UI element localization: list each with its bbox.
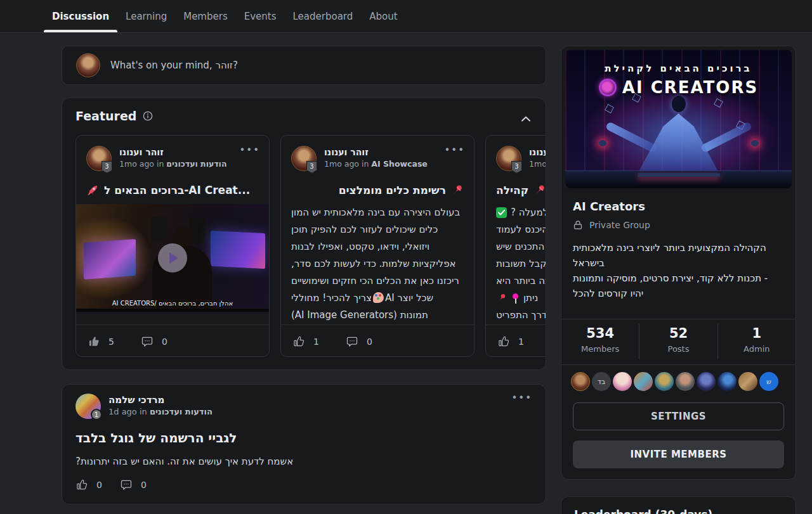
tab-discussion[interactable]: Discussion	[44, 0, 117, 32]
member-avatar[interactable]	[634, 372, 653, 391]
chevron-up-icon[interactable]	[521, 112, 530, 124]
stat-admin[interactable]: 1 Admin	[717, 324, 796, 359]
author-avatar: 1	[75, 394, 101, 419]
level-badge: 3	[306, 161, 317, 173]
composer-placeholder: What's on your mind, זוהר?	[110, 60, 238, 71]
settings-button[interactable]: SETTINGS	[573, 402, 784, 430]
post-title[interactable]: לגביי הרשמה של גוגל בלבד	[75, 430, 532, 446]
space-name[interactable]: הודעות ועדכונים	[166, 159, 226, 169]
leaderboard-card: Leaderboard (30-days)	[561, 496, 796, 514]
video-thumbnail[interactable]: AI CREATORS/ אהלן חברים, ברוכים הבאים	[76, 204, 269, 312]
post-meta: 1d ago in הודעות ועדכונים	[108, 406, 213, 418]
member-avatar[interactable]	[676, 372, 695, 391]
post-meta: 1mo ago in AI Showcase	[324, 158, 428, 170]
featured-section: Featured 3 זוהר וענונו 1mo ago in הודעות…	[62, 98, 546, 370]
round-pin-icon	[511, 293, 520, 304]
pushpin-icon	[496, 293, 507, 304]
member-avatar[interactable]	[717, 372, 737, 391]
member-avatar-initials[interactable]: ש	[759, 372, 778, 391]
like-button[interactable]: 5	[88, 335, 114, 348]
play-icon	[169, 252, 178, 264]
post-body: בעולם היצירה עם בינה מלאכותית יש המון כל…	[291, 204, 464, 328]
comment-button[interactable]: 0	[141, 335, 167, 348]
privacy-label: Private Group	[589, 220, 650, 230]
lock-icon	[573, 220, 583, 230]
banner-welcome-text: ברוכים הבאים לקהילת	[565, 63, 792, 74]
post-title[interactable]: רשימת כלים מומלצים	[291, 184, 464, 196]
comment-button[interactable]: 0	[120, 479, 147, 491]
tab-members[interactable]: Members	[175, 0, 236, 32]
member-avatar[interactable]	[613, 372, 632, 391]
featured-title: Featured	[75, 109, 136, 123]
featured-card-community[interactable]: 3 ענונו 1mo קהילה למעלה ? היכנס לעמוד הת…	[485, 135, 546, 357]
like-button[interactable]: 1	[497, 335, 524, 348]
tab-leaderboard[interactable]: Leaderboard	[285, 0, 362, 32]
stat-members[interactable]: 534 Members	[561, 324, 639, 359]
brain-icon	[599, 79, 617, 96]
post-meta: 1mo	[529, 158, 546, 170]
comment-icon	[141, 335, 154, 348]
thumbs-up-icon	[292, 335, 305, 348]
card-header: 3 זוהר וענונו 1mo ago in הודעות ועדכונים…	[86, 146, 260, 171]
level-badge: 3	[511, 161, 522, 173]
member-avatar[interactable]	[738, 372, 757, 391]
thumbs-up-icon	[497, 335, 510, 348]
space-name[interactable]: הודעות ועדכונים	[150, 407, 213, 416]
check-icon	[496, 207, 507, 218]
card-header: 3 ענונו 1mo	[496, 146, 546, 171]
info-icon[interactable]	[143, 111, 153, 121]
like-button[interactable]: 0	[75, 479, 102, 491]
invite-members-button[interactable]: INVITE MEMBERS	[573, 440, 784, 468]
more-options-icon[interactable]: •••	[444, 146, 465, 171]
featured-card-tools[interactable]: 3 זוהר וענונו 1mo ago in AI Showcase •••…	[280, 135, 475, 357]
author-avatar: 3	[291, 146, 317, 171]
more-options-icon[interactable]: •••	[511, 394, 532, 419]
tab-learning[interactable]: Learning	[117, 0, 175, 32]
author-avatar: 3	[496, 146, 521, 171]
member-avatar-initials[interactable]: בד	[592, 372, 611, 391]
featured-header: Featured	[75, 109, 532, 123]
thumbs-up-icon	[75, 479, 88, 491]
rocket-icon	[86, 184, 99, 196]
play-button[interactable]	[158, 243, 187, 273]
post-title[interactable]: קהילה	[496, 184, 546, 196]
member-avatar[interactable]	[697, 372, 716, 391]
tab-events[interactable]: Events	[236, 0, 285, 32]
like-button[interactable]: 1	[292, 335, 319, 348]
member-avatar[interactable]	[571, 372, 590, 391]
pushpin-icon	[534, 184, 546, 196]
feed-post[interactable]: 1 מרדכי שלמה 1d ago in הודעות ועדכונים •…	[62, 384, 546, 504]
leaderboard-title: Leaderboard (30-days)	[574, 508, 712, 514]
member-avatar[interactable]	[655, 372, 674, 391]
banner-community-name: AI CREATORS	[622, 78, 758, 97]
community-page: Discussion Learning Members Events Leade…	[0, 0, 812, 514]
community-description: הקהילה המקצועית ביותר ליוצרי בינה מלאכות…	[573, 240, 784, 301]
author-name[interactable]: זוהר וענונו	[324, 146, 428, 158]
post-title[interactable]: ברוכים הבאים ל-AI Creat...	[86, 184, 259, 196]
comment-button[interactable]: 0	[346, 335, 372, 348]
post-meta: 1mo ago in הודעות ועדכונים	[119, 158, 226, 170]
post-actions: 0 0	[75, 479, 147, 491]
community-name: AI Creators	[573, 200, 645, 213]
post-composer[interactable]: What's on your mind, זוהר?	[62, 46, 546, 85]
palette-icon	[373, 292, 384, 303]
community-banner: ברוכים הבאים לקהילת AI CREATORS	[565, 50, 792, 188]
more-options-icon[interactable]: •••	[239, 146, 260, 171]
card-actions: 5 0	[76, 324, 269, 357]
thumbs-up-icon	[88, 335, 100, 348]
card-actions: 1	[486, 324, 546, 357]
level-badge: 1	[91, 409, 102, 420]
tab-about[interactable]: About	[361, 0, 405, 32]
post-header: 1 מרדכי שלמה 1d ago in הודעות ועדכונים •…	[75, 394, 532, 419]
space-name[interactable]: AI Showcase	[371, 159, 427, 169]
post-body: אשמח לדעת איך עושים את זה. והאם יש בזה י…	[75, 456, 532, 467]
author-name[interactable]: זוהר וענונו	[119, 146, 226, 158]
privacy-row: Private Group	[573, 220, 650, 230]
author-name[interactable]: מרדכי שלמה	[108, 394, 213, 406]
member-avatars: בד ש	[571, 372, 778, 391]
author-name[interactable]: ענונו	[529, 146, 546, 158]
stat-posts[interactable]: 52 Posts	[639, 324, 717, 359]
featured-card-welcome[interactable]: 3 זוהר וענונו 1mo ago in הודעות ועדכונים…	[75, 135, 270, 357]
post-body: למעלה ? היכנס לעמוד התכנים שיש לקבל תשוב…	[496, 204, 546, 328]
community-sidebar: ברוכים הבאים לקהילת AI CREATORS AI Creat…	[561, 46, 796, 480]
